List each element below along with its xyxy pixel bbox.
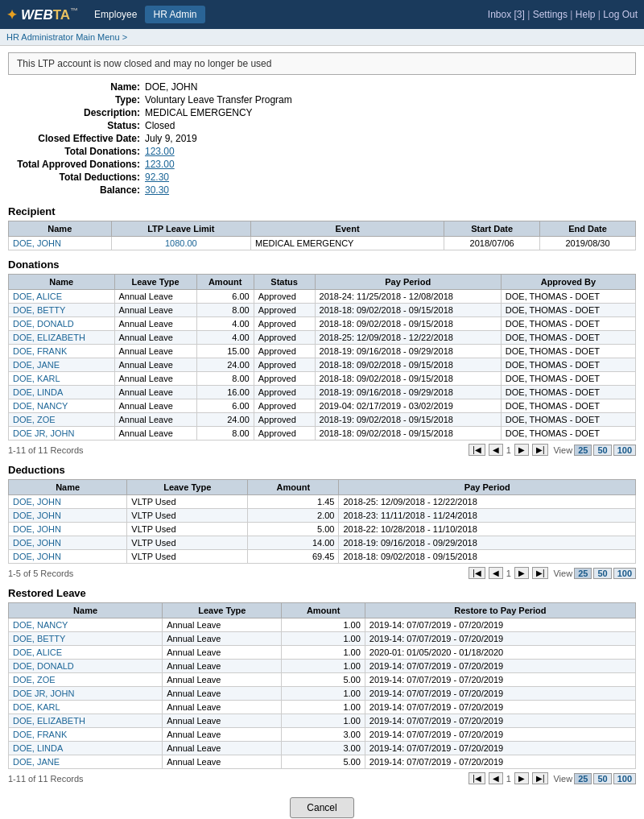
restored-col-name: Name [9, 603, 163, 618]
deductions-first-page[interactable]: |◀ [469, 567, 485, 579]
deductions-col-leavetype: Leave Type [127, 480, 248, 495]
restored-leave-title: Restored Leave [8, 587, 636, 599]
table-row: DOE, DONALDAnnual Leave1.002019-14: 07/0… [9, 660, 636, 673]
description-value: MEDICAL EMERGENCY [145, 107, 253, 118]
donations-view-100[interactable]: 100 [613, 445, 636, 456]
table-row: DOE, JOHNVLTP Used69.452018-18: 09/02/20… [9, 550, 636, 564]
table-row: DOE, DONALDAnnual Leave4.00Approved2018-… [9, 317, 636, 331]
donations-view-options: View 25 50 100 [553, 445, 636, 456]
logout-link[interactable]: Log Out [603, 9, 638, 20]
table-row: DOE, FRANKAnnual Leave15.00Approved2018-… [9, 345, 636, 358]
view-label: View [553, 445, 572, 455]
deductions-view-options: View 25 50 100 [553, 568, 636, 579]
main-content: This LTP account is now closed and may n… [0, 46, 644, 819]
deductions-view-100[interactable]: 100 [613, 568, 636, 579]
table-row: DOE, LINDAAnnual Leave16.00Approved2018-… [9, 386, 636, 399]
table-row: DOE, ZOEAnnual Leave24.00Approved2018-19… [9, 413, 636, 427]
deductions-last-page[interactable]: ▶| [532, 567, 549, 579]
table-row: DOE, ALICEAnnual Leave6.00Approved2018-2… [9, 290, 636, 304]
table-row: DOE, JOHNVLTP Used14.002018-19: 09/16/20… [9, 536, 636, 550]
donations-prev-page[interactable]: ◀ [489, 444, 503, 456]
donations-col-amount: Amount [196, 275, 254, 290]
help-link[interactable]: Help [576, 9, 596, 20]
table-row: DOE, ALICEAnnual Leave1.002020-01: 01/05… [9, 646, 636, 660]
app-header: ✦ WEBTA™ Employee HR Admin Inbox [3] | S… [0, 0, 644, 29]
view-label3: View [553, 774, 572, 784]
donations-table: Name Leave Type Amount Status Pay Period… [8, 274, 636, 441]
cancel-button[interactable]: Cancel [290, 797, 353, 818]
deductions-view-50[interactable]: 50 [593, 568, 611, 579]
settings-link[interactable]: Settings [533, 9, 568, 20]
donations-last-page[interactable]: ▶| [532, 444, 549, 456]
header-links: Inbox [3] | Settings | Help | Log Out [488, 9, 638, 20]
restored-records: 1-11 of 11 Records [8, 774, 84, 784]
donations-first-page[interactable]: |◀ [469, 444, 485, 456]
closed-date-value: July 9, 2019 [145, 133, 197, 144]
donations-view-50[interactable]: 50 [593, 445, 611, 456]
donations-col-name: Name [9, 275, 115, 290]
table-row: DOE, BETTYAnnual Leave8.00Approved2018-1… [9, 304, 636, 317]
donations-view-25[interactable]: 25 [574, 445, 592, 456]
restored-last-page[interactable]: ▶| [532, 772, 549, 784]
restored-view-50[interactable]: 50 [593, 773, 611, 784]
donations-col-leavetype: Leave Type [114, 275, 196, 290]
cancel-section: Cancel [8, 797, 636, 818]
type-label: Type: [8, 94, 145, 105]
breadcrumb-link[interactable]: HR Administrator Main Menu > [6, 32, 127, 42]
status-label: Status: [8, 120, 145, 131]
balance-value: 30.30 [145, 184, 169, 196]
balance-link[interactable]: 30.30 [145, 184, 169, 196]
recipient-col-limit: LTP Leave Limit [111, 221, 250, 237]
app-logo: ✦ WEBTA™ [6, 6, 78, 23]
total-deductions-link[interactable]: 92.30 [145, 172, 169, 183]
table-row: DOE, JOHNVLTP Used5.002018-22: 10/28/201… [9, 523, 636, 536]
recipient-col-event: Event [251, 221, 444, 237]
total-donations-value: 123.00 [145, 146, 175, 157]
account-info: Name: DOE, JOHN Type: Voluntary Leave Tr… [8, 81, 636, 196]
restored-next-page[interactable]: ▶ [514, 772, 529, 784]
deductions-view-25[interactable]: 25 [574, 568, 592, 579]
restored-pagination: 1-11 of 11 Records |◀ ◀ 1 ▶ ▶| View 25 5… [8, 772, 636, 784]
table-row: DOE, JOHNVLTP Used2.002018-23: 11/11/201… [9, 509, 636, 523]
restored-col-amount: Amount [282, 603, 365, 618]
nav-employee[interactable]: Employee [86, 6, 145, 23]
balance-label: Balance: [8, 184, 145, 196]
deductions-title: Deductions [8, 464, 636, 476]
total-approved-link[interactable]: 123.00 [145, 159, 175, 170]
donations-page-controls[interactable]: |◀ ◀ 1 ▶ ▶| [469, 444, 548, 456]
total-approved-label: Total Approved Donations: [8, 159, 145, 170]
nav-hradmin[interactable]: HR Admin [145, 6, 204, 23]
total-donations-label: Total Donations: [8, 146, 145, 157]
recipient-title: Recipient [8, 205, 636, 217]
alert-box: This LTP account is now closed and may n… [8, 52, 636, 75]
donations-title: Donations [8, 259, 636, 271]
donations-next-page[interactable]: ▶ [514, 444, 529, 456]
total-approved-value: 123.00 [145, 159, 175, 170]
inbox-link[interactable]: Inbox [3] [488, 9, 525, 20]
total-donations-link[interactable]: 123.00 [145, 146, 175, 157]
table-row: DOE, ELIZABETHAnnual Leave1.002019-14: 0… [9, 714, 636, 728]
restored-view-options: View 25 50 100 [553, 773, 636, 784]
deductions-page-num: 1 [506, 569, 511, 578]
table-row: DOE, JANEAnnual Leave24.00Approved2018-1… [9, 358, 636, 372]
deductions-next-page[interactable]: ▶ [514, 567, 529, 579]
restored-view-25[interactable]: 25 [574, 773, 592, 784]
restored-page-controls[interactable]: |◀ ◀ 1 ▶ ▶| [469, 772, 548, 784]
deductions-col-name: Name [9, 480, 127, 495]
deductions-prev-page[interactable]: ◀ [489, 567, 503, 579]
deductions-page-controls[interactable]: |◀ ◀ 1 ▶ ▶| [469, 567, 548, 579]
table-row: DOE JR, JOHNAnnual Leave8.00Approved2018… [9, 427, 636, 441]
recipient-col-end: End Date [540, 221, 636, 237]
deductions-col-payperiod: Pay Period [339, 480, 636, 495]
restored-prev-page[interactable]: ◀ [489, 772, 503, 784]
restored-col-leavetype: Leave Type [163, 603, 282, 618]
table-row: DOE, KARLAnnual Leave1.002019-14: 07/07/… [9, 701, 636, 714]
deductions-col-amount: Amount [248, 480, 339, 495]
table-row: DOE, NANCYAnnual Leave1.002019-14: 07/07… [9, 618, 636, 632]
restored-first-page[interactable]: |◀ [469, 772, 485, 784]
total-deductions-value: 92.30 [145, 172, 169, 183]
table-row: DOE, ZOEAnnual Leave5.002019-14: 07/07/2… [9, 673, 636, 687]
logo-star: ✦ [6, 8, 17, 22]
restored-view-100[interactable]: 100 [613, 773, 636, 784]
donations-col-payperiod: Pay Period [315, 275, 501, 290]
